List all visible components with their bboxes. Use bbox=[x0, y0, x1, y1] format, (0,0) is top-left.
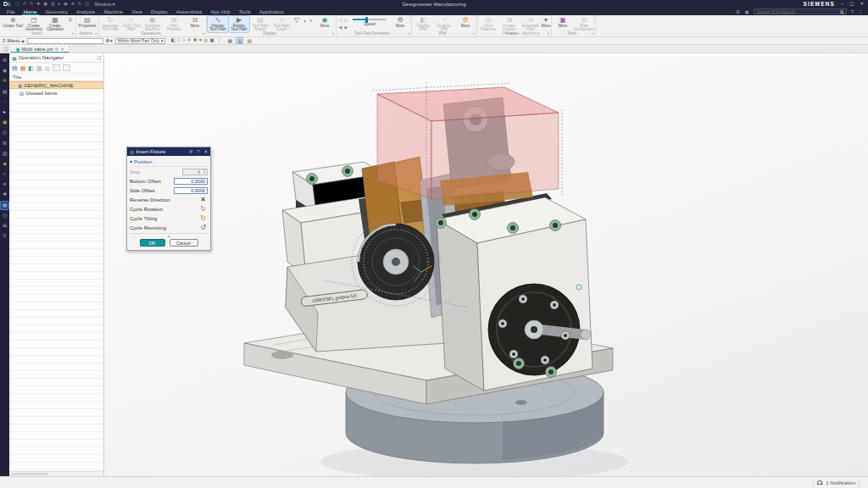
sphere-icon[interactable]: ● bbox=[1, 180, 8, 188]
undo-icon[interactable]: ↺ bbox=[23, 2, 26, 6]
nav-tool-program-icon[interactable]: ▤ bbox=[12, 65, 18, 71]
selection-scope-dropdown[interactable]: Within Work Part Only▾ bbox=[115, 38, 166, 44]
more-button[interactable]: ▣More bbox=[553, 16, 573, 28]
create-tool-button[interactable]: ⊕Create Tool bbox=[3, 16, 23, 28]
tab-analysis[interactable]: Analysis bbox=[72, 8, 99, 15]
stack-icon[interactable]: ▴ bbox=[302, 17, 308, 24]
folder-icon[interactable]: ▣ bbox=[1, 119, 8, 126]
slider-knob[interactable] bbox=[365, 17, 368, 23]
post-configurator-button[interactable]: ⊟Post Configurator bbox=[574, 16, 594, 32]
simulate-machine-button[interactable]: ▣Simulate Machine bbox=[142, 16, 163, 32]
tab-geometry[interactable]: Geometry bbox=[42, 8, 72, 15]
group-launcher-icon[interactable]: ▾ bbox=[548, 31, 549, 36]
insert-fixture-dialog[interactable]: ⚙ Insert Fixture ↺ ? ✕ ▾Position Step4▲▼… bbox=[126, 147, 211, 251]
notification-bell-icon[interactable] bbox=[817, 480, 822, 485]
select-scope-icon[interactable]: ◎ bbox=[203, 38, 208, 43]
tree-item-unused-items[interactable]: ▤ Unused Items bbox=[9, 89, 103, 97]
tab-assemblies[interactable]: Assemblies bbox=[172, 8, 207, 15]
touch-icon[interactable]: ◉ bbox=[64, 2, 67, 6]
nav-tool-ghost2[interactable] bbox=[63, 64, 70, 71]
repeat-icon[interactable]: ▸ bbox=[58, 2, 61, 6]
cycle-rotation-icon[interactable]: ↻ bbox=[198, 205, 208, 213]
constraints-icon[interactable]: ◉ bbox=[1, 67, 8, 75]
stack-icon[interactable]: ▷ bbox=[343, 17, 349, 24]
stack-icon[interactable]: ▶ bbox=[343, 24, 349, 30]
tab-home[interactable]: Home bbox=[19, 8, 42, 15]
tab-view[interactable]: View bbox=[127, 8, 147, 15]
speed-slider[interactable]: Speed bbox=[350, 16, 389, 26]
playback[interactable]: ◁▷◀▶ bbox=[337, 17, 349, 30]
create-operation-button[interactable]: ▦Create Operation bbox=[45, 16, 65, 32]
alerts-icon[interactable]: ◔ bbox=[1, 98, 8, 106]
snap-more-icon[interactable]: ▾ bbox=[199, 38, 202, 43]
paste-icon[interactable]: ▤ bbox=[51, 2, 55, 6]
display-tool-path-button[interactable]: ∿Display Tool Path bbox=[208, 16, 228, 32]
detach-panel-icon[interactable]: ❏ bbox=[97, 55, 101, 60]
dialog-close-icon[interactable]: ✕ bbox=[203, 149, 208, 154]
menu-button[interactable]: ≡Menu▾ bbox=[3, 38, 25, 44]
display-nav[interactable]: ▴▾ bbox=[302, 17, 314, 24]
group-launcher-icon[interactable]: ▾ bbox=[203, 31, 204, 36]
edit-icon[interactable]: ✓ bbox=[1, 170, 8, 178]
nav-tool-ghost1[interactable] bbox=[53, 64, 60, 71]
select-group-icon[interactable]: ▣ bbox=[210, 38, 214, 43]
side-offset-field[interactable]: 0.0000 bbox=[174, 187, 208, 194]
effects-icon[interactable]: ✚ bbox=[1, 191, 8, 198]
dialog-title-bar[interactable]: ⚙ Insert Fixture ↺ ? ✕ bbox=[127, 147, 210, 156]
horizontal-scrollbar[interactable] bbox=[9, 471, 103, 476]
find-icon[interactable]: ◎ bbox=[1, 129, 8, 136]
verify-tool-path-button[interactable]: ✓Verify Tool Path bbox=[121, 16, 142, 32]
group-launcher-icon[interactable]: ▾ bbox=[95, 31, 97, 36]
history-icon[interactable]: ◷ bbox=[1, 212, 8, 219]
group-launcher-icon[interactable]: ▾ bbox=[592, 31, 593, 36]
stack-icon[interactable]: ▾ bbox=[308, 17, 314, 24]
select-vertex-icon[interactable]: ✛ bbox=[187, 38, 192, 43]
command-finder-input[interactable] bbox=[27, 38, 103, 44]
cut-icon[interactable]: ✚ bbox=[36, 2, 40, 6]
graphics-viewport[interactable]: GRESSEL grepos-5X ⚙ Insert Fixture ↺ ? ✕… bbox=[104, 53, 868, 476]
account-icon[interactable]: ◉ bbox=[744, 9, 748, 14]
stack-icon[interactable]: ◀ bbox=[337, 24, 343, 30]
more-button[interactable]: ◉More bbox=[314, 16, 335, 28]
more-button[interactable]: ⚙More bbox=[390, 16, 410, 28]
create-geometry-button[interactable]: ◳Create Geometry bbox=[24, 16, 44, 32]
document-tab[interactable]: ▣ Multi valve.prt ⊘ ✕ bbox=[11, 45, 69, 53]
generate-tool-path-button[interactable]: ↻Generate Tool Path bbox=[100, 16, 120, 32]
window-icon[interactable]: ❏ bbox=[85, 2, 88, 6]
list-icon[interactable]: ≡ bbox=[1, 232, 8, 240]
display-ipw-button[interactable]: ◧Display IPW bbox=[413, 16, 433, 32]
tool-path-graph-button[interactable]: ≈Tool Path Graph bbox=[271, 16, 292, 32]
machine-model[interactable]: GRESSEL grepos-5X bbox=[104, 53, 868, 476]
group-launcher-icon[interactable]: ▾ bbox=[473, 31, 475, 36]
cycle-revolving-icon[interactable]: ↺ bbox=[198, 224, 208, 231]
wireframe-view-icon[interactable]: ▥ bbox=[236, 37, 243, 44]
analyze-ipw-button[interactable]: ◔Analyze IPW bbox=[434, 16, 454, 32]
more-button[interactable]: ⊟More bbox=[185, 16, 205, 28]
tab-app-hub[interactable]: App Hub bbox=[206, 8, 234, 15]
settings-icon[interactable]: ⚙ bbox=[736, 9, 740, 14]
nav-tool-method-icon[interactable]: ▥ bbox=[36, 65, 42, 71]
group-launcher-icon[interactable]: ▾ bbox=[332, 31, 334, 36]
filter-button[interactable]: ▽ bbox=[292, 16, 301, 24]
minimize-button[interactable]: – bbox=[841, 2, 843, 7]
capture-icon[interactable]: ▦ bbox=[1, 202, 8, 209]
window-list-icon[interactable]: ❏ bbox=[0, 45, 11, 53]
bottom-offset-field[interactable]: 0.0000 bbox=[174, 178, 208, 185]
window-menu[interactable]: Window ▾ bbox=[95, 2, 115, 7]
properties-button[interactable]: ▤Properties bbox=[77, 16, 97, 28]
nav-tool-find-icon[interactable]: ◎ bbox=[45, 65, 50, 71]
snap-point-icon[interactable]: ◧ bbox=[170, 38, 175, 43]
nav-tool-geometry-icon[interactable]: ◧ bbox=[28, 65, 34, 71]
dialog-reset-icon[interactable]: ↺ bbox=[189, 149, 193, 154]
journal-icon[interactable]: N bbox=[1, 140, 8, 147]
maximize-button[interactable]: ▢ bbox=[849, 2, 854, 7]
stack-icon[interactable]: ◁ bbox=[337, 17, 343, 24]
tab-application[interactable]: Application bbox=[255, 8, 288, 15]
tool-path-report-button[interactable]: ▤Tool Path Report bbox=[250, 16, 270, 32]
step-spinner[interactable]: 4▲▼ bbox=[182, 169, 208, 175]
dialog-help-icon[interactable]: ? bbox=[197, 149, 199, 154]
more-button[interactable]: ⚙More bbox=[455, 16, 476, 28]
reverse-direction-icon[interactable]: ✕ bbox=[198, 196, 208, 203]
find-icon[interactable]: ▾ bbox=[106, 38, 113, 43]
group-launcher-icon[interactable]: ▾ bbox=[72, 31, 74, 36]
